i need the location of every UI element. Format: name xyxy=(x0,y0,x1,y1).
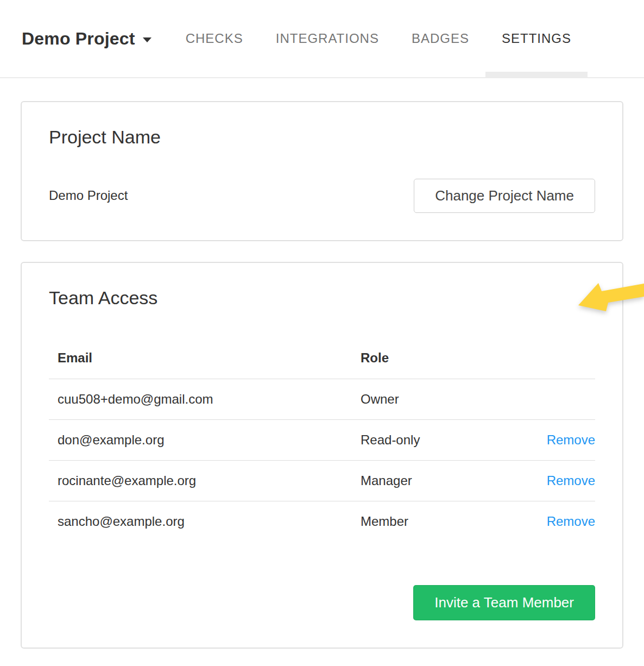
invite-team-member-button[interactable]: Invite a Team Member xyxy=(413,585,595,620)
change-project-name-button[interactable]: Change Project Name xyxy=(414,179,595,213)
project-name-row: Demo Project Change Project Name xyxy=(49,179,595,213)
remove-member-link[interactable]: Remove xyxy=(547,473,595,488)
nav-tabs: CHECKS INTEGRATIONS BADGES SETTINGS xyxy=(169,0,588,77)
project-title: Demo Project xyxy=(22,29,135,49)
member-actions: Remove xyxy=(513,460,595,501)
main-content: Project Name Demo Project Change Project… xyxy=(0,101,644,649)
team-access-card-title: Team Access xyxy=(49,287,595,309)
project-name-card: Project Name Demo Project Change Project… xyxy=(21,101,623,241)
tab-checks[interactable]: CHECKS xyxy=(169,0,260,77)
table-row: cuu508+demo@gmail.com Owner xyxy=(49,379,595,419)
remove-member-link[interactable]: Remove xyxy=(547,514,595,529)
tab-integrations[interactable]: INTEGRATIONS xyxy=(260,0,395,77)
member-actions: Remove xyxy=(513,419,595,460)
top-navbar: Demo Project CHECKS INTEGRATIONS BADGES … xyxy=(0,0,644,78)
member-role: Member xyxy=(361,501,513,542)
member-actions-empty xyxy=(513,379,595,419)
member-actions: Remove xyxy=(513,501,595,542)
member-email: cuu508+demo@gmail.com xyxy=(49,379,361,419)
member-email: don@example.org xyxy=(49,419,361,460)
role-column-header: Role xyxy=(361,330,513,379)
project-name-card-title: Project Name xyxy=(49,126,595,148)
member-role: Owner xyxy=(361,379,513,419)
table-row: don@example.org Read-only Remove xyxy=(49,419,595,460)
table-row: sancho@example.org Member Remove xyxy=(49,501,595,542)
settings-page: Demo Project CHECKS INTEGRATIONS BADGES … xyxy=(0,0,644,666)
team-table: Email Role cuu508+demo@gmail.com Owner d… xyxy=(49,330,595,542)
table-row: rocinante@example.org Manager Remove xyxy=(49,460,595,501)
invite-row: Invite a Team Member xyxy=(49,585,595,620)
member-email: sancho@example.org xyxy=(49,501,361,542)
project-switcher-dropdown[interactable]: Demo Project xyxy=(22,0,151,77)
chevron-down-icon xyxy=(143,37,151,42)
actions-column-header xyxy=(513,330,595,379)
remove-member-link[interactable]: Remove xyxy=(547,432,595,447)
tab-settings[interactable]: SETTINGS xyxy=(485,0,588,77)
email-column-header: Email xyxy=(49,330,361,379)
current-project-name: Demo Project xyxy=(49,188,128,203)
team-access-card: Team Access Email Role cuu508+demo@gmail… xyxy=(21,262,623,649)
tab-badges[interactable]: BADGES xyxy=(395,0,485,77)
team-table-header-row: Email Role xyxy=(49,330,595,379)
member-email: rocinante@example.org xyxy=(49,460,361,501)
member-role: Manager xyxy=(361,460,513,501)
member-role: Read-only xyxy=(361,419,513,460)
